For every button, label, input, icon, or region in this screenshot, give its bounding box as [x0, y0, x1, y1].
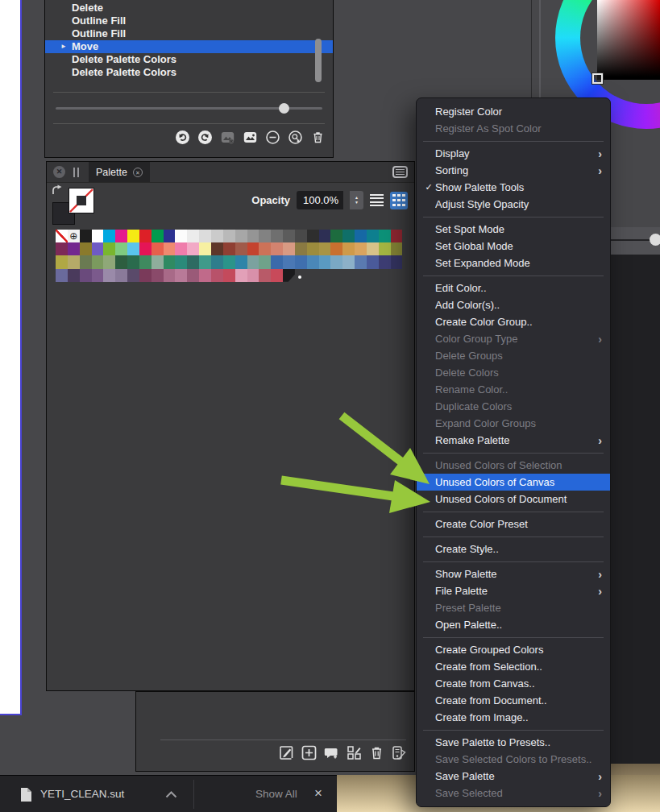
- redo-icon[interactable]: [198, 130, 212, 144]
- swatch[interactable]: [211, 269, 223, 282]
- swatch[interactable]: [319, 230, 331, 242]
- swatch[interactable]: [127, 255, 139, 268]
- menu-item[interactable]: ✓Show Palette Tools: [417, 179, 610, 196]
- clear-zoom-icon[interactable]: [288, 130, 302, 144]
- history-scrollbar[interactable]: [315, 39, 322, 82]
- swatch[interactable]: [127, 230, 139, 242]
- swatch[interactable]: [152, 269, 164, 282]
- swatch[interactable]: [235, 269, 247, 282]
- menu-item[interactable]: Save Palette to Presets..: [417, 734, 610, 751]
- swatch[interactable]: [379, 230, 391, 242]
- swatch[interactable]: [295, 242, 307, 255]
- chevron-up-icon[interactable]: [165, 791, 177, 798]
- swatch[interactable]: [271, 230, 283, 242]
- menu-item[interactable]: Remake Palette›: [417, 432, 610, 449]
- swatch[interactable]: [115, 255, 127, 268]
- menu-item[interactable]: Expand Color Groups: [417, 415, 610, 432]
- menu-item[interactable]: Create Color Group..: [417, 313, 610, 330]
- stroke-color-swatch[interactable]: [68, 188, 94, 213]
- menu-item[interactable]: Create Style..: [417, 541, 610, 557]
- remove-icon[interactable]: [266, 130, 280, 144]
- right-slider-knob[interactable]: [650, 234, 660, 246]
- swatch[interactable]: [319, 242, 331, 255]
- swatch[interactable]: [235, 230, 247, 242]
- swatch[interactable]: [80, 269, 92, 282]
- swatch[interactable]: [68, 255, 80, 268]
- menu-item[interactable]: Save Selected Colors to Presets..: [417, 751, 610, 768]
- swatch[interactable]: [259, 255, 271, 268]
- history-item[interactable]: Delete Palette Colors: [45, 66, 333, 79]
- menu-item[interactable]: Display›: [417, 145, 610, 162]
- stepper-down-icon[interactable]: ▼: [355, 201, 359, 205]
- swatch[interactable]: [367, 242, 379, 255]
- swatch[interactable]: [271, 242, 283, 255]
- menu-item[interactable]: Unused Colors of Canvas: [417, 474, 610, 491]
- history-item[interactable]: Delete: [45, 2, 333, 14]
- swatch[interactable]: [307, 242, 319, 255]
- swatch[interactable]: [68, 242, 80, 255]
- history-slider-knob[interactable]: [279, 103, 289, 114]
- swatch[interactable]: [139, 242, 152, 255]
- swatch[interactable]: [307, 230, 319, 242]
- edit-group-icon[interactable]: [347, 745, 362, 760]
- swatch[interactable]: [223, 242, 235, 255]
- swatch[interactable]: [319, 255, 331, 268]
- swatch[interactable]: [223, 230, 235, 242]
- menu-item[interactable]: Duplicate Colors: [417, 398, 610, 415]
- download-file-name[interactable]: YETI_CLEAN.sut: [40, 776, 124, 812]
- swatch[interactable]: [187, 242, 199, 255]
- swatch[interactable]: [247, 269, 259, 282]
- swatch[interactable]: [199, 230, 211, 242]
- history-item[interactable]: ►Move: [45, 40, 333, 53]
- menu-item[interactable]: Show Palette›: [417, 566, 610, 582]
- swatch[interactable]: [92, 230, 104, 242]
- grid-view-icon[interactable]: [390, 192, 408, 209]
- menu-item[interactable]: Color Group Type›: [417, 330, 610, 347]
- menu-item[interactable]: Delete Colors: [417, 364, 610, 381]
- right-slider-track[interactable]: [610, 239, 655, 241]
- swatch[interactable]: [115, 230, 127, 242]
- swatch[interactable]: [115, 269, 127, 282]
- swatch[interactable]: [187, 269, 199, 282]
- history-item[interactable]: Outline Fill: [45, 27, 333, 40]
- menu-item[interactable]: Create from Canvas..: [417, 675, 610, 692]
- swatch[interactable]: [68, 269, 80, 282]
- swatch[interactable]: [127, 242, 139, 255]
- menu-item[interactable]: Add Color(s)..: [417, 296, 610, 313]
- swatch[interactable]: [139, 230, 152, 242]
- swatch[interactable]: [175, 230, 187, 242]
- swatch[interactable]: [295, 230, 307, 242]
- menu-item[interactable]: Open Palette..: [417, 616, 610, 633]
- swatch[interactable]: [247, 230, 259, 242]
- tab-close-icon[interactable]: ✕: [133, 168, 143, 177]
- menu-item[interactable]: Set Global Mode: [417, 238, 610, 255]
- swatch[interactable]: [283, 230, 295, 242]
- swatch[interactable]: [56, 255, 68, 268]
- swatch[interactable]: [223, 269, 235, 282]
- swatch[interactable]: [164, 255, 176, 268]
- swatch[interactable]: [259, 242, 271, 255]
- swatch[interactable]: [139, 255, 152, 268]
- swatch[interactable]: [115, 242, 127, 255]
- swatch[interactable]: [391, 242, 403, 255]
- swatch[interactable]: [379, 255, 391, 268]
- swatch[interactable]: [259, 269, 271, 282]
- swatch[interactable]: [271, 255, 283, 268]
- swatch[interactable]: [391, 230, 403, 242]
- panel-close-icon[interactable]: ✕: [53, 166, 65, 178]
- swatch[interactable]: [199, 269, 211, 282]
- menu-item[interactable]: Register Color: [417, 103, 610, 120]
- fill-stroke-widget[interactable]: [51, 184, 101, 234]
- swap-colors-icon[interactable]: [51, 184, 65, 197]
- swatch-none[interactable]: [56, 230, 68, 242]
- menu-item[interactable]: Create Grouped Colors: [417, 641, 610, 658]
- swatch[interactable]: [164, 269, 176, 282]
- panel-menu-icon[interactable]: [392, 166, 408, 178]
- menu-item[interactable]: Save Palette›: [417, 768, 610, 785]
- menu-item[interactable]: Sorting›: [417, 162, 610, 179]
- history-item[interactable]: Outline Fill: [45, 14, 333, 27]
- opacity-input[interactable]: 100.0%: [297, 191, 343, 209]
- swatch[interactable]: [342, 230, 355, 242]
- swatch[interactable]: [247, 242, 259, 255]
- swatch[interactable]: [175, 269, 187, 282]
